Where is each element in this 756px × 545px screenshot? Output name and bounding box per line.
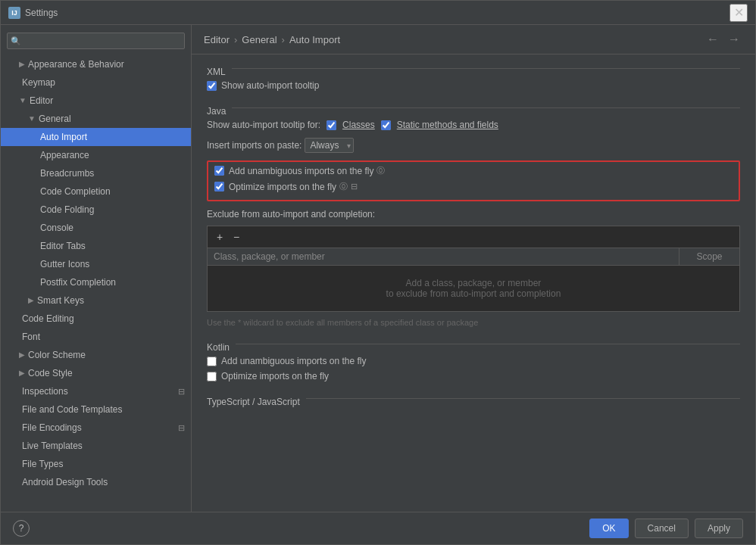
table-empty-line2: to exclude from auto-import and completi… xyxy=(386,288,561,299)
help-button[interactable]: ? xyxy=(13,520,30,537)
add-unambiguous-help-icon: ⓪ xyxy=(376,165,385,176)
breadcrumb-sep1: › xyxy=(234,34,237,45)
sidebar-item-label: Android Design Tools xyxy=(22,475,108,490)
sidebar-item-code-folding[interactable]: Code Folding xyxy=(1,201,191,219)
arrow-icon: ▶ xyxy=(19,366,25,381)
insert-label: Insert imports on paste: xyxy=(207,140,301,151)
apply-button[interactable]: Apply xyxy=(695,519,743,538)
sidebar-item-live-templates[interactable]: Live Templates xyxy=(1,437,191,455)
sidebar-item-label: Editor Tabs xyxy=(40,238,86,254)
sidebar-item-code-style[interactable]: ▶ Code Style xyxy=(1,364,191,382)
table-body: Add a class, package, or member to exclu… xyxy=(208,266,739,311)
sidebar-item-editor[interactable]: ▼ Editor xyxy=(1,92,191,110)
classes-label: Classes xyxy=(342,120,375,130)
sidebar: 🔍 ▶ Appearance & Behavior Keymap ▼ Edito… xyxy=(1,25,192,512)
java-section: Java Show auto-import tooltip for: Class… xyxy=(207,106,740,327)
optimize-link-icon: ⊟ xyxy=(351,182,358,192)
sidebar-item-file-encodings[interactable]: File Encodings ⊟ xyxy=(1,419,191,437)
sidebar-item-label: Smart Keys xyxy=(37,293,84,308)
insert-select[interactable]: Always Ask Never xyxy=(305,138,354,153)
panel-header: Editor › General › Auto Import ← → xyxy=(192,25,755,54)
typescript-section: TypeScript / JavaScript xyxy=(207,397,740,407)
kotlin-optimize-label: Optimize imports on the fly xyxy=(221,371,329,382)
xml-show-tooltip-checkbox[interactable] xyxy=(207,81,217,91)
sidebar-item-label: Font xyxy=(22,329,40,344)
sidebar-item-label: Code Editing xyxy=(22,311,74,326)
classes-checkbox[interactable] xyxy=(326,120,336,130)
sidebar-item-keymap[interactable]: Keymap xyxy=(1,73,191,92)
breadcrumb-part3: Auto Import xyxy=(289,34,340,45)
nav-forward-button[interactable]: → xyxy=(725,31,743,48)
static-checkbox[interactable] xyxy=(381,120,391,130)
sidebar-item-android-design-tools[interactable]: Android Design Tools xyxy=(1,473,191,491)
settings-window: IJ Settings ✕ 🔍 ▶ Appearance & Behavior … xyxy=(0,0,756,545)
sidebar-item-label: Keymap xyxy=(22,75,55,90)
breadcrumb-sep2: › xyxy=(282,34,285,45)
table-col-class: Class, package, or member xyxy=(208,248,679,265)
nav-back-button[interactable]: ← xyxy=(704,31,722,48)
add-unambiguous-row: Add unambiguous imports on the fly ⓪ xyxy=(214,165,733,176)
sidebar-item-postfix-completion[interactable]: Postfix Completion xyxy=(1,273,191,291)
xml-divider xyxy=(232,68,740,69)
kotlin-divider xyxy=(236,344,740,344)
kotlin-optimize-row: Optimize imports on the fly xyxy=(207,371,740,382)
exclude-label-row: Exclude from auto-import and completion: xyxy=(207,209,740,220)
insert-select-wrapper[interactable]: Always Ask Never xyxy=(305,138,354,153)
table-remove-button[interactable]: − xyxy=(229,229,244,244)
panel-body: XML Show auto-import tooltip Java xyxy=(192,54,755,434)
cancel-button[interactable]: Cancel xyxy=(635,519,689,538)
sidebar-item-file-templates[interactable]: File and Code Templates xyxy=(1,400,191,419)
table-add-button[interactable]: + xyxy=(212,229,227,244)
sidebar-item-smart-keys[interactable]: ▶ Smart Keys xyxy=(1,291,191,310)
arrow-icon: ▶ xyxy=(19,57,25,72)
sidebar-item-label: File and Code Templates xyxy=(22,402,123,417)
kotlin-optimize-checkbox[interactable] xyxy=(207,372,217,382)
typescript-section-title: TypeScript / JavaScript xyxy=(207,397,300,407)
sidebar-item-gutter-icons[interactable]: Gutter Icons xyxy=(1,255,191,273)
kotlin-add-unambiguous-checkbox[interactable] xyxy=(207,357,217,366)
nav-buttons: ← → xyxy=(704,31,743,48)
optimize-checkbox[interactable] xyxy=(214,182,224,192)
sidebar-item-appearance-behavior[interactable]: ▶ Appearance & Behavior xyxy=(1,55,191,73)
xml-show-tooltip-row: Show auto-import tooltip xyxy=(207,80,740,91)
sidebar-item-label: Gutter Icons xyxy=(40,257,89,272)
ok-button[interactable]: OK xyxy=(589,519,628,538)
window-title: Settings xyxy=(25,8,58,18)
close-button[interactable]: ✕ xyxy=(729,4,748,22)
arrow-icon: ▶ xyxy=(28,293,34,308)
sidebar-item-color-scheme[interactable]: ▶ Color Scheme xyxy=(1,346,191,364)
sidebar-item-code-completion[interactable]: Code Completion xyxy=(1,182,191,201)
sidebar-item-breadcrumbs[interactable]: Breadcrumbs xyxy=(1,164,191,182)
table-col-scope: Scope xyxy=(679,248,739,265)
sidebar-item-inspections[interactable]: Inspections ⊟ xyxy=(1,382,191,400)
sidebar-item-console[interactable]: Console xyxy=(1,219,191,237)
search-box[interactable]: 🔍 xyxy=(7,33,185,49)
sidebar-item-appearance[interactable]: Appearance xyxy=(1,146,191,164)
exclude-table: + − Class, package, or member Scope Add … xyxy=(207,226,740,312)
search-input[interactable] xyxy=(7,33,185,49)
sidebar-item-font[interactable]: Font xyxy=(1,328,191,346)
sidebar-item-label: Code Completion xyxy=(40,184,111,199)
main-panel: Editor › General › Auto Import ← → XML xyxy=(192,25,755,512)
breadcrumb-part1: Editor xyxy=(204,34,230,45)
sidebar-item-label: Breadcrumbs xyxy=(40,166,94,181)
arrow-icon: ▼ xyxy=(28,111,36,126)
sidebar-item-general[interactable]: ▼ General xyxy=(1,110,191,128)
sidebar-item-label: Code Style xyxy=(28,366,73,381)
sidebar-item-code-editing[interactable]: Code Editing xyxy=(1,310,191,328)
table-header: Class, package, or member Scope xyxy=(208,248,739,266)
sidebar-item-label: Postfix Completion xyxy=(40,275,116,290)
action-buttons: OK Cancel Apply xyxy=(589,519,743,538)
sidebar-item-auto-import[interactable]: Auto Import xyxy=(1,128,191,146)
sidebar-item-editor-tabs[interactable]: Editor Tabs xyxy=(1,237,191,255)
kotlin-section-title: Kotlin xyxy=(207,342,230,353)
optimize-label: Optimize imports on the fly xyxy=(229,182,336,192)
add-unambiguous-checkbox[interactable] xyxy=(214,166,224,176)
table-toolbar: + − xyxy=(208,226,739,248)
java-insert-row: Insert imports on paste: Always Ask Neve… xyxy=(207,138,740,153)
sidebar-item-label: Inspections xyxy=(22,384,68,399)
java-divider xyxy=(232,107,740,108)
main-content: 🔍 ▶ Appearance & Behavior Keymap ▼ Edito… xyxy=(1,25,755,512)
sidebar-item-label: Appearance & Behavior xyxy=(28,57,124,72)
sidebar-item-file-types[interactable]: File Types xyxy=(1,455,191,473)
